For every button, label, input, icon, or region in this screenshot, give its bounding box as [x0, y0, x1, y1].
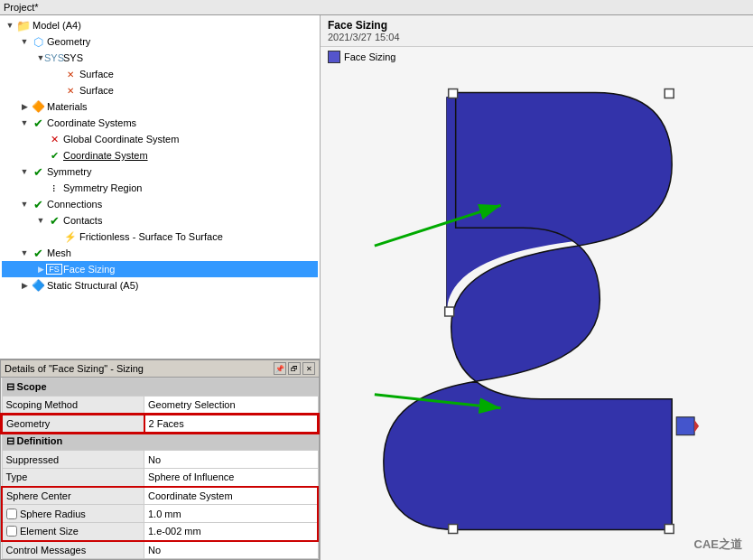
type-value[interactable]: Sphere of Influence [144, 469, 319, 487]
toggle-coordsystem: ▶ [34, 149, 47, 162]
tree-item-coordsystems[interactable]: ▼ ✔ Coordinate Systems [2, 115, 318, 131]
details-title: Details of "Face Sizing" - Sizing [5, 363, 144, 374]
tree-item-contacts[interactable]: ▼ ✔ Contacts [2, 212, 318, 229]
sphere-center-value[interactable]: Coordinate System [144, 487, 319, 505]
tree-item-facesizing[interactable]: ▶ FS Face Sizing [2, 261, 318, 277]
surface2-label: Surface [79, 85, 114, 96]
surface2-icon: ✕ [63, 83, 78, 98]
tree-item-symmetry[interactable]: ▼ ✔ Symmetry [2, 163, 318, 180]
toggle-surface2: ▶ [51, 84, 63, 97]
tree-item-staticstructural[interactable]: ▶ 🔷 Static Structural (A5) [2, 277, 318, 294]
tree-item-connections[interactable]: ▼ ✔ Connections [2, 196, 318, 212]
tree-item-frictionless[interactable]: ▶ ⚡ Frictionless - Surface To Surface [2, 229, 318, 245]
row-type: Type Sphere of Influence [2, 469, 318, 487]
legend-color-box [328, 51, 340, 63]
connections-icon: ✔ [31, 197, 45, 211]
row-control-messages: Control Messages No [2, 541, 318, 559]
definition-section-label: ⊟ Definition [2, 433, 318, 451]
symmetryregion-label: Symmetry Region [63, 182, 142, 193]
svg-rect-3 [665, 89, 674, 98]
right-panel: Face Sizing 2021/3/27 15:04 Face Sizing [321, 15, 753, 560]
staticstructural-label: Static Structural (A5) [47, 280, 138, 291]
sphere-radius-cb-container: Sphere Radius [6, 509, 140, 519]
section-scope-header: ⊟ Scope [2, 378, 318, 397]
sphere-radius-label-text: Sphere Radius [20, 509, 86, 519]
type-label: Type [2, 469, 144, 487]
surface1-label: Surface [79, 69, 114, 79]
close-button[interactable]: ✕ [302, 362, 315, 375]
svg-rect-1 [449, 89, 458, 98]
tree-item-model[interactable]: ▼ 📁 Model (A4) [2, 17, 318, 33]
element-size-checkbox[interactable] [6, 526, 17, 537]
tree-item-sys[interactable]: ▼ SYS SYS [2, 50, 318, 66]
toggle-model[interactable]: ▼ [4, 19, 16, 32]
element-size-cb-container: Element Size [6, 526, 140, 537]
row-geometry: Geometry 2 Faces [2, 415, 318, 433]
symmetry-label: Symmetry [47, 166, 92, 177]
restore-button[interactable]: 🗗 [288, 362, 301, 375]
geometry-row-value[interactable]: 2 Faces [144, 415, 319, 433]
globalcoord-label: Global Coordinate System [63, 134, 179, 145]
geometry-icon: ⬡ [31, 34, 45, 49]
sys-label: SYS [63, 52, 83, 63]
svg-rect-4 [665, 525, 674, 534]
scope-section-label: ⊟ Scope [2, 378, 318, 397]
svg-rect-9 [676, 417, 694, 435]
globalcoord-icon: ✕ [47, 132, 61, 146]
connections-label: Connections [47, 199, 102, 210]
tree-item-materials[interactable]: ▶ 🔶 Materials [2, 98, 318, 115]
contacts-icon: ✔ [47, 213, 61, 228]
materials-icon: 🔶 [31, 99, 45, 114]
pin-button[interactable]: 📌 [274, 362, 286, 375]
suppressed-value[interactable]: No [144, 451, 319, 469]
mesh-icon: ✔ [31, 246, 45, 260]
materials-label: Materials [47, 101, 88, 112]
toggle-symmetry[interactable]: ▼ [18, 165, 31, 178]
toggle-contacts[interactable]: ▼ [34, 214, 47, 227]
model-label: Model (A4) [33, 20, 81, 31]
contacts-label: Contacts [63, 215, 102, 226]
toggle-staticstructural[interactable]: ▶ [18, 279, 31, 292]
tree-item-geometry[interactable]: ▼ ⬡ Geometry [2, 33, 318, 50]
toggle-mesh[interactable]: ▼ [18, 247, 31, 259]
toggle-facesizing: ▶ [34, 263, 47, 275]
row-scoping-method: Scoping Method Geometry Selection [2, 397, 318, 415]
toggle-materials[interactable]: ▶ [18, 100, 31, 113]
viewport-canvas[interactable]: CAE之道 [321, 67, 753, 560]
element-size-value[interactable]: 1.e-002 mm [144, 523, 319, 541]
sphere-radius-label: Sphere Radius [2, 505, 144, 523]
coordsystem-icon: ✔ [47, 148, 61, 163]
surface1-icon: ✕ [63, 67, 78, 81]
symmetryregion-icon: ⫶ [47, 181, 61, 195]
facesizing-icon: FS [47, 262, 61, 276]
geometry-svg [321, 67, 753, 560]
row-suppressed: Suppressed No [2, 451, 318, 469]
control-messages-value[interactable]: No [144, 541, 319, 559]
tree-item-mesh[interactable]: ▼ ✔ Mesh [2, 245, 318, 261]
scoping-method-label: Scoping Method [2, 397, 144, 415]
details-table: ⊟ Scope Scoping Method Geometry Selectio… [1, 378, 319, 559]
tree-item-coordsystem[interactable]: ▶ ✔ Coordinate System [2, 147, 318, 163]
details-controls: 📌 🗗 ✕ [274, 362, 315, 375]
tree-item-globalcoord[interactable]: ▶ ✕ Global Coordinate System [2, 131, 318, 147]
toggle-symmetryregion: ▶ [34, 182, 47, 194]
mesh-label: Mesh [47, 247, 71, 258]
toggle-geometry[interactable]: ▼ [18, 35, 31, 48]
sphere-radius-checkbox[interactable] [6, 509, 17, 519]
tree-item-surface2[interactable]: ▶ ✕ Surface [2, 82, 318, 98]
model-icon: 📁 [16, 18, 31, 33]
left-panel: ▼ 📁 Model (A4) ▼ ⬡ Geometry ▼ SYS SYS ▶ … [0, 15, 321, 560]
scoping-method-value[interactable]: Geometry Selection [144, 397, 319, 415]
toggle-connections[interactable]: ▼ [18, 198, 31, 210]
viewport-header: Face Sizing 2021/3/27 15:04 [321, 15, 753, 47]
sphere-radius-value[interactable]: 1.0 mm [144, 505, 319, 523]
tree-item-surface1[interactable]: ▶ ✕ Surface [2, 66, 318, 82]
element-size-label-text: Element Size [20, 526, 79, 537]
sys-icon: SYS [47, 51, 61, 65]
viewport-legend: Face Sizing [321, 47, 753, 67]
symmetry-icon: ✔ [31, 164, 45, 179]
coordsystem-label: Coordinate System [63, 150, 148, 161]
toggle-coordsystems[interactable]: ▼ [18, 117, 31, 129]
frictionless-label: Frictionless - Surface To Surface [79, 231, 223, 242]
tree-item-symmetryregion[interactable]: ▶ ⫶ Symmetry Region [2, 180, 318, 196]
